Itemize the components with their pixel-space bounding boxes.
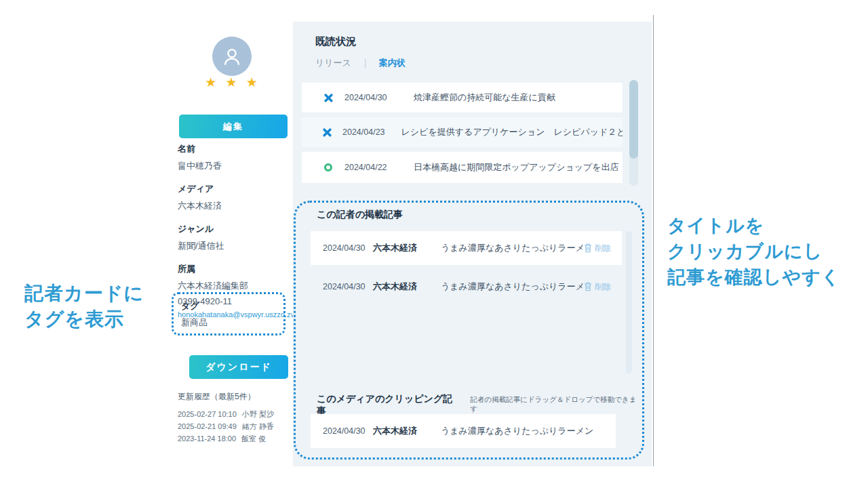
release-date: 2024/04/23 [342,127,385,137]
clipping-title[interactable]: うまみ濃厚なあさりたっぷりラーメン [441,425,616,437]
download-button[interactable]: ダウンロード [189,355,288,379]
article-media: 六本木経済 [373,242,441,254]
delete-label: 削除 [595,243,611,254]
scrollbar-thumb[interactable] [629,80,638,159]
trash-icon [584,282,592,291]
release-title[interactable]: レシピを提供するアプリケーション レシピパッド２との資本業務… [401,126,623,138]
media-label: メディア [178,183,294,195]
history-entry: 2025-02-27 10:10小野 梨沙 [178,408,307,420]
release-date: 2024/04/30 [344,93,397,102]
media-value: 六本木経済 [178,200,294,212]
article-date: 2024/04/30 [323,243,373,253]
history-entry: 2023-11-24 18:00飯室 俊 [178,432,307,445]
update-history-title: 更新履歴（最新5件） [178,391,307,403]
tab-invitation[interactable]: 案内状 [379,57,406,69]
rating-stars: ★ ★ ★ [173,75,292,90]
left-callout-line: タグを表示 [24,306,144,332]
scrollbar-track[interactable] [626,231,632,373]
tab-separator: ｜ [361,57,370,69]
delete-button[interactable]: 削除 [584,243,611,254]
clipping-media: 六本木経済 [373,425,441,437]
tab-release[interactable]: リリース [315,57,351,69]
right-callout: タイトルを クリッカブルにし 記事を確認しやすく [667,213,840,290]
read-status-title: 既読状況 [315,35,356,48]
release-title[interactable]: 日本橋高越に期間限定ポップアップショップを出店 [414,161,619,174]
read-status-row[interactable]: 2024/04/22 日本橋高越に期間限定ポップアップショップを出店 [302,152,623,183]
clipping-row[interactable]: 2024/04/30 六本木経済 うまみ濃厚なあさりたっぷりラーメン [311,414,616,448]
article-title[interactable]: うまみ濃厚なあさりたっぷりラーメン [441,242,584,254]
release-title[interactable]: 焼津産鰹節の持続可能な生産に貢献 [414,92,555,104]
genre-value: 新聞/通信社 [178,240,294,252]
affiliation-label: 所属 [178,263,294,275]
unread-x-icon [323,128,332,137]
tag-label: タグ [181,300,283,312]
read-status-row[interactable]: 2024/04/23 レシピを提供するアプリケーション レシピパッド２との資本業… [302,117,623,147]
affiliation-org: 六本木経済編集部 [178,280,294,292]
left-callout: 記者カードに タグを表示 [24,281,144,332]
tag-value: 新商品 [181,317,283,329]
release-date: 2024/04/22 [344,163,397,172]
read-circle-icon [323,163,334,171]
article-row[interactable]: 2024/04/30 六本木経済 うまみ濃厚なあさりたっぷりラーメン 削除 [311,270,622,304]
history-user: 小野 梨沙 [242,410,274,418]
right-callout-line: タイトルを [667,213,840,239]
left-callout-line: 記者カードに [24,281,144,306]
history-datetime: 2025-02-21 09:49 [178,422,237,430]
tag-highlight-box: タグ 新商品 [172,292,285,336]
person-icon [220,45,243,68]
history-user: 飯室 俊 [241,434,266,443]
trash-icon [584,243,592,253]
history-user: 緒方 静香 [242,422,274,430]
article-title[interactable]: うまみ濃厚なあさりたっぷりラーメン [441,281,584,293]
delete-label: 削除 [595,281,611,293]
article-date: 2024/04/30 [323,282,373,291]
articles-highlight-box: この記者の掲載記事 2024/04/30 六本木経済 うまみ濃厚なあさりたっぷり… [294,201,644,460]
clipping-date: 2024/04/30 [323,426,373,436]
article-media: 六本木経済 [373,281,441,293]
read-status-tabs: リリース ｜ 案内状 [315,57,406,69]
clippings-hint: 記者の掲載記事にドラッグ＆ドロップで移動できます [470,395,642,414]
journalist-articles-title: この記者の掲載記事 [317,209,403,221]
name-label: 名前 [178,143,294,155]
name-value: 畠中穂乃香 [178,160,294,172]
read-status-row[interactable]: 2024/04/30 焼津産鰹節の持続可能な生産に貢献 [302,83,623,113]
screenshot-edge-divider [653,15,654,466]
article-row[interactable]: 2024/04/30 六本木経済 うまみ濃厚なあさりたっぷりラーメン 削除 [311,231,622,265]
update-history: 更新履歴（最新5件） 2025-02-27 10:10小野 梨沙 2025-02… [178,391,307,445]
genre-label: ジャンル [178,223,294,235]
right-callout-line: 記事を確認しやすく [667,264,840,290]
history-datetime: 2025-02-27 10:10 [178,410,237,418]
scrollbar-track[interactable] [629,80,638,186]
edit-button[interactable]: 編集 [179,115,288,138]
history-entry: 2025-02-21 09:49緒方 静香 [178,420,307,432]
avatar [212,37,252,76]
delete-button[interactable]: 削除 [584,281,611,293]
unread-x-icon [323,94,334,102]
history-datetime: 2023-11-24 18:00 [178,434,236,443]
right-callout-line: クリッカブルにし [667,239,840,264]
